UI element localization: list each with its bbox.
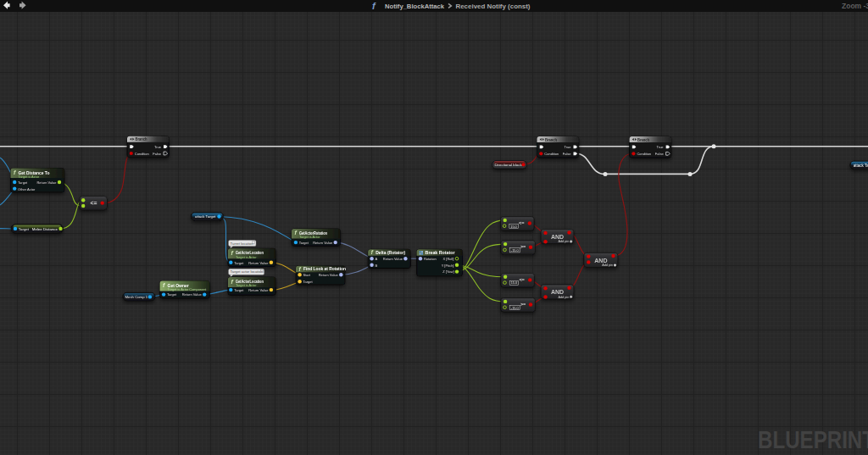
svg-text:Add pin: Add pin — [602, 264, 613, 267]
svg-text:Target: Target — [167, 293, 177, 297]
svg-text:Target is Actor: Target is Actor — [19, 175, 40, 179]
svg-text:Zoom -3: Zoom -3 — [842, 2, 868, 10]
svg-text:Target: Target — [234, 261, 244, 265]
svg-text:Target: Target — [299, 241, 309, 245]
svg-text:Condition: Condition — [135, 152, 149, 156]
svg-text:15.0: 15.0 — [510, 225, 516, 229]
svg-text:Target is Actor Component: Target is Actor Component — [168, 287, 208, 291]
svg-text:False: False — [563, 152, 572, 156]
svg-text:A: A — [376, 257, 378, 261]
svg-text:Branch: Branch — [545, 138, 557, 142]
svg-text:X [Roll]: X [Roll] — [443, 257, 454, 261]
svg-text:AND: AND — [551, 234, 564, 240]
svg-text:Melee Distance: Melee Distance — [32, 227, 58, 231]
svg-text:Condition: Condition — [637, 152, 651, 156]
svg-text:Delta (Rotator): Delta (Rotator) — [376, 251, 405, 255]
svg-text:True: True — [564, 145, 571, 149]
svg-text:BLUEPRINT: BLUEPRINT — [758, 426, 868, 453]
svg-text:<=: <= — [519, 220, 524, 225]
svg-text:15.0: 15.0 — [511, 282, 517, 286]
svg-text:Return Value: Return Value — [248, 261, 269, 265]
svg-text:Return Value: Return Value — [383, 257, 403, 261]
svg-text:Find Look at Rotation: Find Look at Rotation — [303, 268, 346, 272]
svg-text:Other Actor: Other Actor — [18, 187, 36, 191]
svg-text:Add pin: Add pin — [558, 296, 569, 299]
svg-text:>=: >= — [520, 302, 526, 307]
svg-text:Y [Pitch]: Y [Pitch] — [442, 264, 454, 268]
svg-text:Target: Target — [303, 280, 314, 284]
svg-text:Notify_BlockAttack: Notify_BlockAttack — [385, 3, 445, 10]
svg-text:Add pin: Add pin — [558, 240, 569, 243]
svg-text:<=: <= — [519, 277, 524, 282]
svg-text:Start: Start — [303, 273, 311, 277]
svg-text:Target is Actor: Target is Actor — [299, 235, 320, 239]
svg-text:True: True — [657, 145, 665, 149]
svg-text:>=: >= — [520, 244, 526, 249]
svg-text:attack Target: attack Target — [195, 215, 216, 219]
svg-text:Return Value: Return Value — [319, 273, 339, 277]
svg-text:-15.0: -15.0 — [511, 307, 519, 310]
svg-text:Received Notify (const): Received Notify (const) — [456, 3, 531, 10]
svg-text:Target: Target — [234, 288, 244, 292]
svg-text:Z [Yaw]: Z [Yaw] — [442, 270, 453, 275]
svg-text:Break Rotator: Break Rotator — [426, 251, 455, 255]
svg-text:attack Ta: attack Ta — [854, 164, 868, 168]
svg-text:Return Value: Return Value — [36, 180, 57, 185]
svg-text:-15.0: -15.0 — [511, 249, 519, 252]
svg-text:Rotation: Rotation — [424, 257, 437, 261]
svg-text:True: True — [154, 145, 162, 149]
svg-text:AND: AND — [551, 289, 564, 295]
svg-text:Target: Target — [19, 227, 30, 231]
svg-text:Target: Target — [18, 180, 28, 185]
svg-text:<=: <= — [91, 200, 97, 206]
svg-text:Return Value: Return Value — [313, 241, 333, 245]
svg-text:AND: AND — [594, 258, 607, 264]
svg-text:False: False — [655, 152, 665, 156]
svg-text:B: B — [376, 264, 378, 268]
svg-text:Return Value: Return Value — [182, 293, 203, 297]
svg-text:Target is Actor: Target is Actor — [236, 283, 257, 287]
svg-text:False: False — [153, 152, 162, 156]
svg-text:Mesh Comp 1: Mesh Comp 1 — [125, 295, 147, 299]
svg-text:Directional block: Directional block — [494, 163, 522, 167]
svg-text:Branch: Branch — [136, 137, 147, 141]
svg-text:Target is Actor: Target is Actor — [236, 255, 257, 259]
svg-text:Branch: Branch — [637, 138, 649, 142]
svg-text:Return Value: Return Value — [248, 288, 269, 292]
svg-text:Condition: Condition — [544, 152, 559, 156]
